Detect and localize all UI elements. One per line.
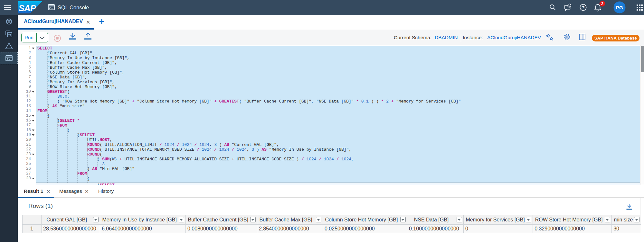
svg-text:?: ? bbox=[582, 5, 585, 10]
svg-text:SAP: SAP bbox=[19, 3, 36, 13]
svg-text:SQL Console: SQL Console bbox=[58, 4, 89, 10]
svg-text:PG: PG bbox=[616, 5, 623, 10]
svg-text:2: 2 bbox=[601, 1, 604, 6]
